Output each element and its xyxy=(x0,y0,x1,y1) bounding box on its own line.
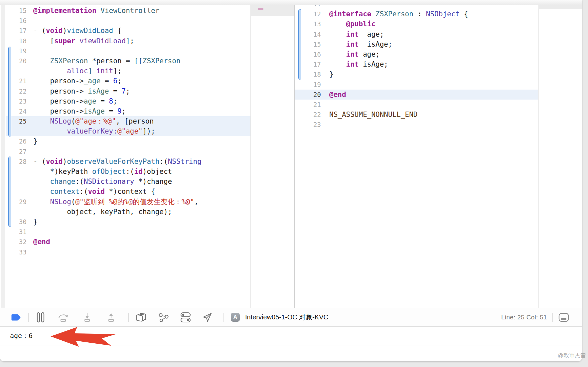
code-text: @end xyxy=(321,90,346,100)
line-number[interactable]: 26 xyxy=(6,136,27,146)
line-number[interactable]: 20 xyxy=(295,90,321,100)
line-number[interactable]: 22 xyxy=(295,110,321,120)
code-line[interactable]: 19 xyxy=(6,46,250,56)
code-text: person->_isAge = 7; xyxy=(27,86,130,96)
minimap-right[interactable] xyxy=(538,5,582,308)
code-line[interactable]: change:(NSDictionary *)change xyxy=(6,177,250,186)
code-line[interactable]: 32@end xyxy=(6,237,250,247)
code-text: } xyxy=(321,69,334,79)
code-line[interactable]: object, keyPath, change); xyxy=(6,207,250,217)
code-line[interactable]: 11 xyxy=(295,5,538,9)
step-into-icon[interactable] xyxy=(81,312,93,322)
code-line[interactable]: context:(void *)context { xyxy=(6,186,250,196)
line-number[interactable]: 16 xyxy=(6,16,27,26)
code-line[interactable]: 21 person->_age = 6; xyxy=(6,76,250,86)
code-line[interactable]: 29 NSLog(@"监听到 %@的%@的值发生变化：%@", xyxy=(6,197,250,207)
code-line[interactable]: 24 person->isAge = 9; xyxy=(6,106,250,116)
code-line[interactable]: 20 ZSXPerson *person = [[ZSXPerson xyxy=(6,56,250,66)
code-line[interactable]: 22NS_ASSUME_NONNULL_END xyxy=(295,110,538,120)
code-line[interactable]: 13 @public xyxy=(295,19,538,29)
code-line[interactable]: *)keyPath ofObject:(id)object xyxy=(6,167,250,177)
debug-area-toggle-icon[interactable] xyxy=(558,313,569,322)
code-line[interactable]: 31 xyxy=(6,227,250,237)
step-over-icon[interactable] xyxy=(57,312,69,322)
line-number[interactable]: 33 xyxy=(6,247,27,257)
code-line[interactable]: 23 xyxy=(295,120,538,130)
line-number[interactable]: 31 xyxy=(6,227,27,237)
minimap-band xyxy=(539,5,582,9)
editor-pane-zsxperson-header[interactable]: 1112@interface ZSXPerson : NSObject {13 … xyxy=(295,5,538,308)
code-line[interactable]: 17- (void)viewDidLoad { xyxy=(6,26,250,36)
source-control-change-bar[interactable] xyxy=(298,9,301,80)
minimap-left[interactable] xyxy=(250,5,294,308)
line-number[interactable]: 11 xyxy=(295,5,321,9)
code-line[interactable]: 19 xyxy=(295,80,538,90)
code-line[interactable]: 33 xyxy=(6,247,250,257)
code-line[interactable]: 23 person->age = 8; xyxy=(6,96,250,106)
code-line[interactable]: 30} xyxy=(6,217,250,227)
breakpoints-toggle-icon[interactable] xyxy=(11,314,21,321)
code-line[interactable]: 14 int _age; xyxy=(295,29,538,39)
minimap-code-mark xyxy=(258,8,263,10)
environment-overrides-icon[interactable] xyxy=(180,312,191,323)
code-text: ZSXPerson *person = [[ZSXPerson xyxy=(27,56,181,66)
line-number[interactable]: 19 xyxy=(295,80,321,90)
line-number[interactable]: 15 xyxy=(6,6,27,16)
line-number[interactable]: 32 xyxy=(6,237,27,247)
code-text: @implementation ViewController xyxy=(27,6,159,16)
code-text: @end xyxy=(27,237,50,247)
code-line[interactable]: 18} xyxy=(295,69,538,79)
code-text: change:(NSDictionary *)change xyxy=(27,177,172,186)
app-store-icon: A xyxy=(231,313,240,322)
code-line[interactable]: 15 int _isAge; xyxy=(295,39,538,49)
code-text: NS_ASSUME_NONNULL_END xyxy=(321,110,418,120)
code-line[interactable]: 21 xyxy=(295,100,538,110)
code-text: context:(void *)context { xyxy=(27,186,155,196)
view-hierarchy-icon[interactable] xyxy=(136,312,147,323)
code-line[interactable]: valueForKey:@"age"]); xyxy=(6,126,250,136)
code-line[interactable]: alloc] init]; xyxy=(6,66,250,76)
code-line[interactable]: 12@interface ZSXPerson : NSObject { xyxy=(295,9,538,19)
source-control-change-bar[interactable] xyxy=(8,157,11,227)
code-line[interactable]: 16 xyxy=(6,16,250,26)
source-control-change-bar[interactable] xyxy=(8,47,11,137)
pause-icon[interactable] xyxy=(36,312,45,323)
code-line[interactable]: 25 NSLog(@"age：%@", [person xyxy=(6,116,250,126)
code-text: } xyxy=(27,217,38,227)
code-line[interactable]: 18 [super viewDidLoad]; xyxy=(6,36,250,46)
code-line[interactable]: 17 int isAge; xyxy=(295,59,538,69)
code-line[interactable]: 27 xyxy=(6,147,250,157)
separator xyxy=(28,313,29,322)
code-line[interactable]: 28- (void)observeValueForKeyPath:(NSStri… xyxy=(6,157,250,167)
watermark-text: @欧币杰昔 xyxy=(558,352,586,359)
process-name[interactable]: Interview05-1-OC 对象-KVC xyxy=(245,313,328,322)
code-text: NSLog(@"监听到 %@的%@的值发生变化：%@", xyxy=(27,197,199,207)
editor-pane-viewcontroller[interactable]: 15@implementation ViewController1617- (v… xyxy=(6,5,250,308)
line-col-indicator: Line: 25 Col: 51 xyxy=(501,314,547,321)
code-line[interactable]: 20@end xyxy=(295,90,538,100)
simulate-location-icon[interactable] xyxy=(202,312,213,323)
code-text: person->isAge = 9; xyxy=(27,106,126,116)
code-line[interactable]: 15@implementation ViewController xyxy=(6,6,250,16)
separator xyxy=(223,313,223,322)
code-text: object, keyPath, change); xyxy=(27,207,172,217)
line-number[interactable]: 18 xyxy=(6,36,27,46)
code-text: - (void)viewDidLoad { xyxy=(27,26,122,36)
step-out-icon[interactable] xyxy=(105,312,117,322)
line-number[interactable]: 23 xyxy=(295,120,321,130)
line-number[interactable]: 21 xyxy=(295,100,321,110)
editor-area: 15@implementation ViewController1617- (v… xyxy=(0,5,582,308)
separator xyxy=(552,313,553,322)
code-text: int age; xyxy=(321,49,380,59)
code-line[interactable]: 16 int age; xyxy=(295,49,538,59)
code-line[interactable]: 26} xyxy=(6,136,250,146)
code-text: int _isAge; xyxy=(321,39,392,49)
memory-graph-icon[interactable] xyxy=(158,312,169,323)
line-number[interactable]: 17 xyxy=(6,26,27,36)
code-text: @public xyxy=(321,19,375,29)
separator xyxy=(128,313,129,322)
debug-bar: A Interview05-1-OC 对象-KVC Line: 25 Col: … xyxy=(0,308,582,327)
line-number[interactable]: 27 xyxy=(6,147,27,157)
code-line[interactable]: 22 person->_isAge = 7; xyxy=(6,86,250,96)
code-text: NSLog(@"age：%@", [person xyxy=(27,116,154,126)
